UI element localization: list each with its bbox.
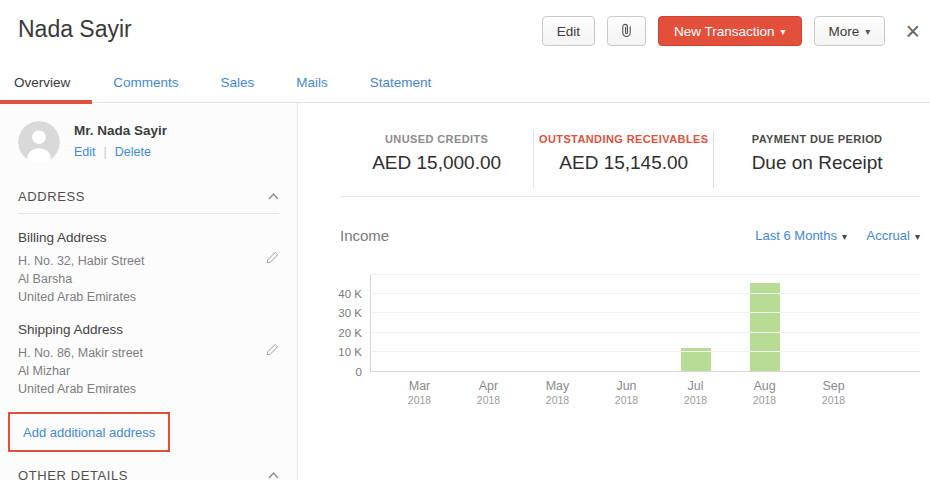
chevron-up-icon[interactable] — [268, 472, 279, 479]
x-tick-label: May2018 — [523, 379, 592, 406]
x-tick-label: Mar2018 — [385, 379, 454, 406]
new-transaction-button[interactable]: New Transaction ▾ — [658, 16, 802, 46]
bar-column — [799, 275, 868, 371]
attachment-button[interactable] — [607, 16, 646, 46]
income-chart-months: Mar2018Apr2018May2018Jun2018Jul2018Aug20… — [385, 379, 868, 406]
shipping-address-line: H. No. 86, Makir street — [18, 344, 143, 362]
add-additional-address-link[interactable]: Add additional address — [23, 425, 155, 440]
chevron-up-icon[interactable] — [268, 193, 279, 200]
stat-label: OUTSTANDING RECEIVABLES — [534, 133, 713, 145]
x-tick-label: Apr2018 — [454, 379, 523, 406]
billing-address-block: Billing Address H. No. 32, Habir Street … — [18, 230, 279, 306]
y-tick-label: 40 K — [338, 288, 362, 300]
bar-column — [454, 275, 523, 371]
basis-filter-dropdown[interactable]: Accrual▾ — [867, 228, 920, 243]
shipping-address-text: Shipping Address H. No. 86, Makir street… — [18, 322, 143, 398]
gridline — [371, 293, 920, 294]
edit-billing-address-pencil-icon[interactable] — [266, 250, 279, 306]
income-bar-aug[interactable] — [750, 283, 780, 371]
contact-info: Mr. Nada Sayir Edit|Delete — [74, 121, 167, 159]
other-details-section-header: OTHER DETAILS — [18, 468, 279, 480]
main-panel: UNUSED CREDITS AED 15,000.00 OUTSTANDING… — [298, 103, 930, 480]
y-tick-label: 20 K — [338, 327, 362, 339]
new-transaction-label: New Transaction — [674, 24, 775, 39]
income-chart-months-row: Mar2018Apr2018May2018Jun2018Jul2018Aug20… — [340, 379, 920, 406]
billing-address-text: Billing Address H. No. 32, Habir Street … — [18, 230, 144, 306]
shipping-address-line: Al Mizhar — [18, 362, 143, 380]
income-filters: Last 6 Months▾ Accrual▾ — [739, 228, 920, 243]
x-tick-label: Jun2018 — [592, 379, 661, 406]
x-tick-label: Sep2018 — [799, 379, 868, 406]
chevron-down-icon: ▾ — [781, 26, 786, 37]
gridline — [371, 351, 920, 352]
stat-value: Due on Receipt — [714, 152, 920, 174]
months-spacer — [340, 379, 385, 406]
income-chart-y-axis: 010 K20 K30 K40 K — [340, 274, 370, 372]
basis-filter-label: Accrual — [867, 228, 910, 243]
annotation-highlight-box: Add additional address — [8, 412, 170, 452]
summary-stats: UNUSED CREDITS AED 15,000.00 OUTSTANDING… — [340, 131, 920, 188]
contact-links: Edit|Delete — [74, 145, 167, 159]
billing-address-line: United Arab Emirates — [18, 288, 144, 306]
chevron-down-icon: ▾ — [842, 231, 847, 242]
shipping-address-line: United Arab Emirates — [18, 380, 143, 398]
gridline — [371, 332, 920, 333]
bar-column — [523, 275, 592, 371]
range-filter-label: Last 6 Months — [755, 228, 837, 243]
income-title: Income — [340, 227, 389, 244]
sidebar: Mr. Nada Sayir Edit|Delete ADDRESS Billi… — [0, 103, 298, 480]
tab-overview[interactable]: Overview — [0, 62, 92, 102]
stat-value: AED 15,145.00 — [534, 152, 713, 174]
shipping-address-block: Shipping Address H. No. 86, Makir street… — [18, 322, 279, 398]
y-tick-label: 30 K — [338, 307, 362, 319]
gridline — [371, 312, 920, 313]
range-filter-dropdown[interactable]: Last 6 Months▾ — [755, 228, 847, 243]
close-icon[interactable]: × — [905, 19, 920, 44]
contact-card: Mr. Nada Sayir Edit|Delete — [18, 121, 279, 163]
income-chart: 010 K20 K30 K40 K — [340, 274, 920, 372]
address-section-title: ADDRESS — [18, 189, 85, 204]
income-chart-bars — [385, 275, 868, 371]
tab-mails[interactable]: Mails — [275, 62, 349, 102]
chevron-down-icon: ▾ — [915, 231, 920, 242]
y-tick-label: 10 K — [338, 346, 362, 358]
contact-delete-link[interactable]: Delete — [115, 145, 151, 159]
bar-column — [661, 275, 730, 371]
stat-unused-credits: UNUSED CREDITS AED 15,000.00 — [340, 131, 534, 188]
header-actions: Edit New Transaction ▾ More ▾ × — [542, 16, 920, 46]
income-chart-plot — [370, 274, 920, 372]
avatar — [18, 121, 60, 163]
tab-comments[interactable]: Comments — [92, 62, 199, 102]
tab-bar: Overview Comments Sales Mails Statement — [0, 62, 930, 103]
stat-label: UNUSED CREDITS — [340, 133, 533, 145]
customer-detail-page: Nada Sayir Edit New Transaction ▾ More ▾… — [0, 0, 930, 480]
bar-column — [592, 275, 661, 371]
chevron-down-icon: ▾ — [865, 26, 870, 37]
billing-address-line: H. No. 32, Habir Street — [18, 252, 144, 270]
shipping-address-label: Shipping Address — [18, 322, 143, 337]
tab-statement[interactable]: Statement — [349, 62, 453, 102]
bar-column — [385, 275, 454, 371]
link-separator: | — [104, 145, 107, 159]
stat-value: AED 15,000.00 — [340, 152, 533, 174]
edit-button[interactable]: Edit — [542, 16, 595, 46]
billing-address-line: Al Barsha — [18, 270, 144, 288]
address-section-header: ADDRESS — [18, 189, 279, 214]
stat-outstanding-receivables: OUTSTANDING RECEIVABLES AED 15,145.00 — [534, 131, 714, 188]
more-button[interactable]: More ▾ — [814, 16, 886, 46]
tab-sales[interactable]: Sales — [200, 62, 276, 102]
bar-column — [730, 275, 799, 371]
more-label: More — [829, 24, 860, 39]
add-address-row: Add additional address — [18, 412, 279, 452]
contact-edit-link[interactable]: Edit — [74, 145, 96, 159]
stat-payment-due-period: PAYMENT DUE PERIOD Due on Receipt — [714, 131, 920, 188]
x-tick-label: Jul2018 — [661, 379, 730, 406]
content-area: Mr. Nada Sayir Edit|Delete ADDRESS Billi… — [0, 103, 930, 480]
page-header: Nada Sayir Edit New Transaction ▾ More ▾… — [0, 0, 930, 62]
person-icon — [18, 121, 60, 163]
page-title: Nada Sayir — [18, 16, 132, 43]
other-details-section-title: OTHER DETAILS — [18, 468, 128, 480]
edit-shipping-address-pencil-icon[interactable] — [266, 342, 279, 398]
y-tick-label: 0 — [356, 366, 362, 378]
stat-label: PAYMENT DUE PERIOD — [714, 133, 920, 145]
